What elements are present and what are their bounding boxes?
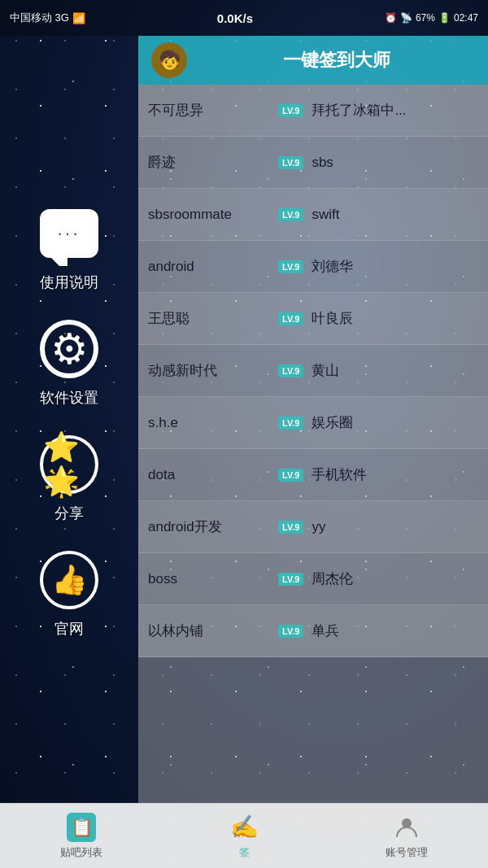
sidebar: ··· 使用说明 软件设置 ⭐🌟 分享 👍 <box>0 36 138 803</box>
star-circle-icon: ⭐🌟 <box>40 435 98 494</box>
nav-item-account[interactable]: 账号管理 <box>325 813 488 860</box>
account-label: 账号管理 <box>386 845 428 860</box>
chat-icon: ··· <box>40 209 98 258</box>
official-icon-wrapper: 👍 <box>37 547 102 613</box>
list-item[interactable]: 动感新时代 LV.9 黄山 <box>138 345 488 397</box>
lv-badge: LV.9 <box>278 625 303 638</box>
list-item[interactable]: 不可思异 LV.9 拜托了冰箱中... <box>138 85 488 137</box>
time-text: 02:47 <box>454 12 478 24</box>
lv-badge: LV.9 <box>278 469 303 482</box>
network-speed: 0.0K/s <box>217 11 253 25</box>
thumb-emoji: 👍 <box>51 563 88 597</box>
lv-badge: LV.9 <box>278 260 303 273</box>
row-right-text: yy <box>312 519 478 535</box>
row-left-text: 王思聪 <box>148 309 278 328</box>
row-left-text: sbsroommate <box>148 207 278 223</box>
sidebar-item-settings[interactable]: 软件设置 <box>37 316 102 408</box>
list-item[interactable]: sbsroommate LV.9 swift <box>138 189 488 241</box>
list-item[interactable]: android LV.9 刘德华 <box>138 241 488 293</box>
row-left-text: dota <box>148 467 278 483</box>
status-right: ⏰ 📡 67% 🔋 02:47 <box>385 12 478 24</box>
row-left-text: android开发 <box>148 517 278 536</box>
carrier-text: 中国移动 3G <box>10 11 69 25</box>
avatar-emoji: 🧒 <box>159 50 181 71</box>
lv-badge: LV.9 <box>278 104 303 117</box>
lv-badge: LV.9 <box>278 156 303 169</box>
instructions-label: 使用说明 <box>40 273 98 292</box>
instructions-icon-wrapper: ··· <box>37 201 102 266</box>
list-item[interactable]: dota LV.9 手机软件 <box>138 449 488 501</box>
list-item[interactable]: android开发 LV.9 yy <box>138 501 488 553</box>
row-right-text: 刘德华 <box>312 257 478 276</box>
wifi-icon: 📡 <box>400 12 412 24</box>
tieba-list-label: 贴吧列表 <box>60 845 102 860</box>
tieba-list[interactable]: 不可思异 LV.9 拜托了冰箱中... 爵迹 LV.9 sbs sbsroomm… <box>138 85 488 803</box>
avatar: 🧒 <box>151 42 187 78</box>
list-item[interactable]: 爵迹 LV.9 sbs <box>138 137 488 189</box>
status-left: 中国移动 3G 📶 <box>10 11 85 25</box>
row-left-text: boss <box>148 571 278 587</box>
share-icon-wrapper: ⭐🌟 <box>37 432 102 497</box>
sign-icon: ✍ <box>229 813 259 842</box>
row-right-text: 单兵 <box>312 622 478 640</box>
battery-text: 67% <box>416 12 435 24</box>
thumb-circle-icon: 👍 <box>40 551 98 609</box>
signal-icon: 📶 <box>72 12 85 24</box>
share-label: 分享 <box>54 504 84 523</box>
list-item[interactable]: boss LV.9 周杰伦 <box>138 553 488 605</box>
battery-icon: 🔋 <box>438 12 451 24</box>
row-right-text: 叶良辰 <box>312 309 478 328</box>
row-left-text: 动感新时代 <box>148 361 278 380</box>
gear-icon <box>40 320 98 378</box>
row-right-text: 拜托了冰箱中... <box>312 101 478 120</box>
row-left-text: s.h.e <box>148 415 278 431</box>
sidebar-item-instructions[interactable]: ··· 使用说明 <box>37 201 102 292</box>
settings-label: 软件设置 <box>40 388 98 408</box>
row-left-text: 以林内铺 <box>148 622 278 640</box>
bottom-nav: 📋 贴吧列表 ✍ 签 账号管理 <box>0 803 488 868</box>
row-left-text: 爵迹 <box>148 153 278 172</box>
lv-badge: LV.9 <box>278 208 303 221</box>
alarm-icon: ⏰ <box>385 12 397 24</box>
lv-badge: LV.9 <box>278 417 303 430</box>
tieba-list-icon: 📋 <box>67 813 96 842</box>
lv-badge: LV.9 <box>278 364 303 377</box>
list-item[interactable]: 以林内铺 LV.9 单兵 <box>138 605 488 657</box>
lv-badge: LV.9 <box>278 312 303 325</box>
row-right-text: 周杰伦 <box>312 569 478 588</box>
row-right-text: 手机软件 <box>312 465 478 484</box>
main-container: ··· 使用说明 软件设置 ⭐🌟 分享 👍 <box>0 36 488 803</box>
list-item[interactable]: 王思聪 LV.9 叶良辰 <box>138 293 488 345</box>
sidebar-item-share[interactable]: ⭐🌟 分享 <box>37 432 102 523</box>
row-left-text: android <box>148 259 278 275</box>
row-left-text: 不可思异 <box>148 101 278 120</box>
row-right-text: 黄山 <box>312 361 478 380</box>
panel-title: 一键签到大师 <box>198 48 475 72</box>
panel-header: 🧒 一键签到大师 <box>138 36 488 85</box>
row-right-text: swift <box>312 207 478 223</box>
account-icon <box>392 813 421 842</box>
list-item[interactable]: s.h.e LV.9 娱乐圈 <box>138 397 488 449</box>
content-panel: 🧒 一键签到大师 不可思异 LV.9 拜托了冰箱中... 爵迹 LV.9 sbs… <box>138 36 488 803</box>
lv-badge: LV.9 <box>278 573 303 586</box>
official-label: 官网 <box>54 619 84 639</box>
lv-badge: LV.9 <box>278 521 303 534</box>
nav-item-sign[interactable]: ✍ 签 <box>163 813 325 860</box>
row-right-text: sbs <box>312 155 478 171</box>
status-bar: 中国移动 3G 📶 0.0K/s ⏰ 📡 67% 🔋 02:47 <box>0 0 488 36</box>
sign-label: 签 <box>239 845 250 860</box>
star-emoji: ⭐🌟 <box>43 430 95 499</box>
settings-icon-wrapper <box>37 316 102 382</box>
sidebar-item-official[interactable]: 👍 官网 <box>37 547 102 639</box>
nav-item-tieba-list[interactable]: 📋 贴吧列表 <box>0 813 163 860</box>
row-right-text: 娱乐圈 <box>312 413 478 432</box>
